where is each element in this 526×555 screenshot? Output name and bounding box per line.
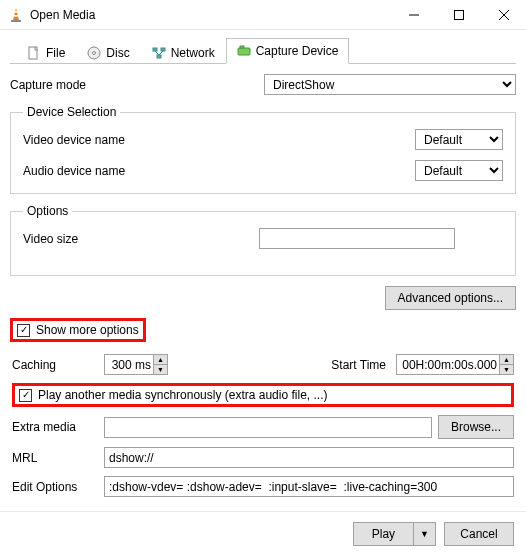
start-time-label: Start Time [331,358,386,372]
video-device-select[interactable]: Default [415,129,503,150]
disc-icon [87,46,101,60]
extra-media-input[interactable] [104,417,432,438]
minimize-button[interactable] [391,0,436,30]
video-size-input[interactable] [259,228,455,249]
advanced-options-button[interactable]: Advanced options... [385,286,516,310]
mrl-input[interactable] [104,447,514,468]
window-title: Open Media [30,8,391,22]
tab-disc[interactable]: Disc [76,40,140,64]
cancel-button[interactable]: Cancel [444,522,514,546]
capture-device-icon [237,44,251,58]
play-button-label: Play [354,523,413,545]
audio-device-label: Audio device name [23,164,415,178]
spin-down-icon[interactable]: ▼ [500,365,513,374]
play-dropdown-caret-icon[interactable]: ▼ [413,523,435,545]
svg-rect-16 [238,48,250,55]
show-more-options-highlight: ✓ Show more options [10,318,146,342]
browse-button[interactable]: Browse... [438,415,514,439]
svg-rect-12 [161,48,165,51]
start-time-spinner[interactable]: ▲ ▼ [396,354,514,375]
tab-file[interactable]: File [16,40,76,64]
tab-label: Disc [106,46,129,60]
device-selection-group: Device Selection Video device name Defau… [10,105,516,194]
capture-mode-select[interactable]: DirectShow [264,74,516,95]
edit-options-label: Edit Options [12,480,98,494]
maximize-button[interactable] [436,0,481,30]
device-selection-legend: Device Selection [23,105,120,119]
caching-label: Caching [12,358,98,372]
capture-mode-label: Capture mode [10,78,150,92]
network-icon [152,46,166,60]
svg-rect-3 [11,20,21,22]
titlebar: Open Media [0,0,526,30]
show-more-options-label: Show more options [36,323,139,337]
svg-rect-8 [29,47,37,59]
extra-media-label: Extra media [12,420,98,434]
svg-rect-1 [14,11,18,13]
caching-input[interactable] [105,355,153,374]
svg-point-10 [93,51,96,54]
spin-up-icon[interactable]: ▲ [500,355,513,365]
start-time-input[interactable] [397,355,499,374]
dialog-footer: Play ▼ Cancel [0,511,526,555]
show-more-options-checkbox[interactable]: ✓ [17,324,30,337]
file-icon [27,46,41,60]
play-sync-highlight: ✓ Play another media synchronously (extr… [12,383,514,407]
options-legend: Options [23,204,72,218]
tab-label: Network [171,46,215,60]
tab-bar: File Disc Network Capture Device [10,38,516,64]
svg-rect-13 [157,55,161,58]
edit-options-input[interactable] [104,476,514,497]
play-sync-label: Play another media synchronously (extra … [38,388,327,402]
svg-rect-2 [13,15,19,17]
spin-up-icon[interactable]: ▲ [154,355,167,365]
tab-network[interactable]: Network [141,40,226,64]
mrl-label: MRL [12,451,98,465]
svg-line-15 [159,51,163,55]
video-size-label: Video size [23,232,259,246]
svg-rect-17 [240,46,244,48]
video-device-label: Video device name [23,133,415,147]
svg-marker-0 [13,8,19,20]
tab-capture-device[interactable]: Capture Device [226,38,350,64]
close-button[interactable] [481,0,526,30]
spin-down-icon[interactable]: ▼ [154,365,167,374]
tab-label: File [46,46,65,60]
svg-line-14 [155,51,159,55]
options-group: Options Video size [10,204,516,276]
play-button[interactable]: Play ▼ [353,522,436,546]
play-sync-checkbox[interactable]: ✓ [19,389,32,402]
caching-spinner[interactable]: ▲ ▼ [104,354,168,375]
audio-device-select[interactable]: Default [415,160,503,181]
vlc-cone-icon [8,7,24,23]
svg-rect-11 [153,48,157,51]
tab-label: Capture Device [256,44,339,58]
svg-rect-5 [454,10,463,19]
